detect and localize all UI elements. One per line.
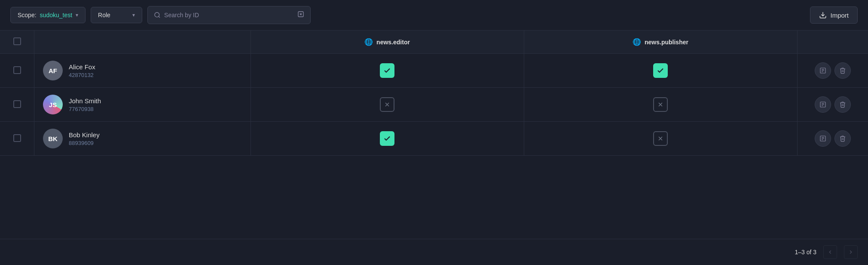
header-role1-col: 🌐 news.editor (251, 31, 524, 54)
clear-search-icon[interactable] (297, 11, 304, 19)
action-buttons (806, 130, 860, 147)
search-box (147, 6, 311, 24)
row-checkbox-cell (0, 54, 34, 88)
table-header-row: 🌐 news.editor 🌐 news.publisher (0, 31, 868, 54)
scope-value: sudoku_test (40, 12, 73, 18)
action-buttons (806, 62, 860, 79)
chevron-down-icon: ▾ (132, 12, 135, 18)
role2-cell (524, 122, 797, 156)
role2-header-label: news.publisher (645, 39, 688, 46)
avatar-initials: JS (49, 101, 57, 108)
search-input[interactable] (164, 12, 294, 18)
trash-icon (839, 135, 846, 142)
row-checkbox[interactable] (13, 66, 21, 74)
role2-checked-checkbox[interactable] (653, 63, 668, 78)
role-dropdown[interactable]: Role ▾ (91, 7, 142, 23)
role2-cell (524, 88, 797, 122)
edit-icon (819, 67, 826, 74)
role1-checked-checkbox[interactable] (380, 131, 394, 146)
avatar: BK (43, 129, 63, 148)
user-info: Bob Kinley 88939609 (69, 131, 100, 146)
actions-cell (797, 54, 868, 88)
action-buttons (806, 96, 860, 113)
user-cell: JS John Smith 77670938 (34, 88, 251, 122)
globe-icon: 🌐 (633, 38, 641, 46)
scope-button[interactable]: Scope: sudoku_test ▾ (10, 7, 86, 23)
row-checkbox-cell (0, 122, 34, 156)
edit-icon (819, 135, 826, 142)
chevron-right-icon (848, 249, 854, 255)
svg-line-1 (159, 16, 160, 18)
avatar: AF (43, 61, 63, 80)
next-page-button[interactable] (844, 245, 858, 259)
user-info: John Smith 77670938 (69, 97, 101, 112)
role2-unchecked-checkbox[interactable] (653, 131, 668, 146)
delete-button[interactable] (834, 130, 851, 147)
scope-label: Scope: (18, 12, 37, 18)
row-checkbox[interactable] (13, 100, 21, 108)
role-label: Role (98, 12, 110, 18)
header-actions-col (797, 31, 868, 54)
table-body: AF Alice Fox 42870132 (0, 54, 868, 156)
avatar-initials: BK (48, 135, 58, 142)
header-role2-col: 🌐 news.publisher (524, 31, 797, 54)
users-table: 🌐 news.editor 🌐 news.publisher (0, 31, 868, 156)
edit-button[interactable] (815, 62, 831, 79)
role1-cell (251, 54, 524, 88)
row-checkbox-cell (0, 88, 34, 122)
select-all-checkbox[interactable] (13, 37, 21, 45)
prev-page-button[interactable] (823, 245, 837, 259)
trash-icon (839, 67, 846, 74)
user-cell: AF Alice Fox 42870132 (34, 54, 251, 88)
footer: 1–3 of 3 (0, 239, 868, 265)
svg-point-0 (155, 12, 159, 17)
import-label: Import (830, 12, 849, 19)
role1-checked-checkbox[interactable] (380, 63, 394, 78)
user-id: 77670938 (69, 106, 101, 112)
user-info: Alice Fox 42870132 (69, 63, 95, 78)
table-wrapper: 🌐 news.editor 🌐 news.publisher (0, 31, 868, 239)
user-cell: BK Bob Kinley 88939609 (34, 122, 251, 156)
import-button[interactable]: Import (810, 6, 858, 24)
edit-button[interactable] (815, 130, 831, 147)
import-icon (819, 11, 827, 19)
pagination-info: 1–3 of 3 (795, 249, 816, 256)
chevron-left-icon (827, 249, 833, 255)
role1-cell (251, 122, 524, 156)
role1-unchecked-checkbox[interactable] (380, 97, 394, 112)
edit-icon (819, 101, 826, 108)
chevron-down-icon: ▾ (76, 12, 78, 18)
delete-button[interactable] (834, 62, 851, 79)
toolbar: Scope: sudoku_test ▾ Role ▾ (0, 0, 868, 31)
avatar: JS (43, 95, 63, 114)
role1-cell (251, 88, 524, 122)
delete-button[interactable] (834, 96, 851, 113)
row-checkbox[interactable] (13, 134, 21, 142)
table-row: AF Alice Fox 42870132 (0, 54, 868, 88)
role1-header-label: news.editor (376, 39, 410, 46)
user-name: John Smith (69, 97, 101, 105)
edit-button[interactable] (815, 96, 831, 113)
user-name: Alice Fox (69, 63, 95, 71)
header-user-col (34, 31, 251, 54)
user-name: Bob Kinley (69, 131, 100, 139)
actions-cell (797, 122, 868, 156)
header-checkbox-cell (0, 31, 34, 54)
role2-unchecked-checkbox[interactable] (653, 97, 668, 112)
globe-icon: 🌐 (364, 38, 373, 46)
actions-cell (797, 88, 868, 122)
table-row: BK Bob Kinley 88939609 (0, 122, 868, 156)
user-id: 42870132 (69, 72, 95, 78)
table-row: JS John Smith 77670938 (0, 88, 868, 122)
avatar-initials: AF (49, 67, 57, 74)
role2-cell (524, 54, 797, 88)
user-id: 88939609 (69, 140, 100, 146)
trash-icon (839, 101, 846, 108)
search-icon (154, 12, 161, 18)
page-wrapper: Scope: sudoku_test ▾ Role ▾ (0, 0, 868, 265)
